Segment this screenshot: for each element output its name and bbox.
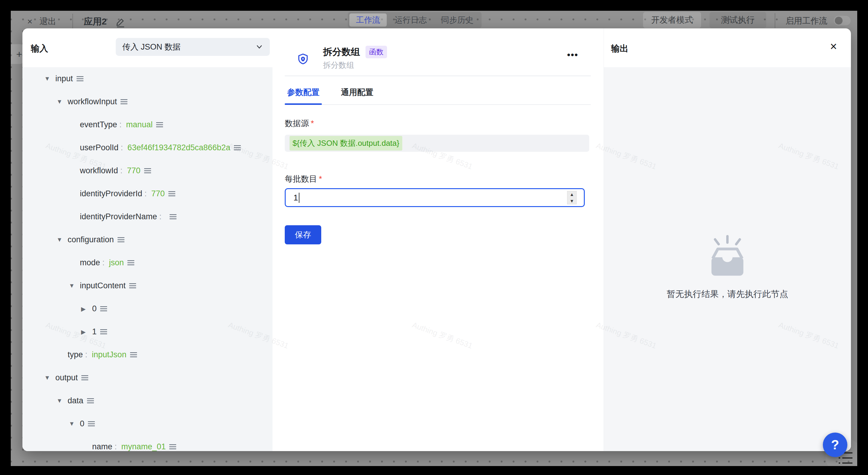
datasource-field[interactable]: ${传入 JSON 数据.output.data} — [285, 135, 589, 152]
required-asterisk: * — [319, 174, 322, 183]
tree-row[interactable]: ▶1 — [23, 320, 273, 343]
tab-general-config[interactable]: 通用配置 — [339, 84, 376, 104]
row-menu-icon[interactable] — [100, 329, 107, 334]
header-divider — [285, 76, 591, 76]
canvas-zoom-in-button[interactable]: + — [11, 44, 23, 64]
number-stepper[interactable]: ▲ ▼ — [567, 191, 577, 204]
empty-state: 暂无执行结果，请先执行此节点 — [604, 235, 851, 300]
tab-param-config[interactable]: 参数配置 — [285, 84, 322, 104]
row-menu-icon[interactable] — [169, 214, 177, 219]
input-panel-title: 输入 — [31, 43, 48, 55]
config-tabs: 参数配置 通用配置 — [285, 84, 591, 105]
required-asterisk: * — [311, 119, 314, 128]
collapse-arrow-icon[interactable]: ▼ — [69, 282, 80, 289]
more-actions-icon[interactable]: ••• — [567, 50, 579, 60]
output-panel: 输出 × 暂无执行结果，请先执行此节点 — [603, 28, 851, 451]
tree-row[interactable]: ▼data — [23, 389, 273, 412]
tree-row[interactable]: ▼output — [23, 366, 273, 389]
tree-row[interactable]: mode : json — [23, 251, 273, 274]
output-panel-title: 输出 — [611, 43, 628, 55]
tree-row[interactable]: workflowId : 770 — [23, 159, 273, 182]
collapse-arrow-icon[interactable]: ▼ — [69, 420, 80, 427]
save-button[interactable]: 保存 — [285, 225, 321, 244]
tree-row[interactable]: eventType : manual — [23, 113, 273, 136]
output-panel-body: 暂无执行结果，请先执行此节点 — [604, 67, 851, 451]
close-modal-icon[interactable]: × — [830, 40, 837, 52]
row-menu-icon[interactable] — [76, 76, 84, 81]
tab-sync-history[interactable]: 同步历史 — [435, 13, 480, 27]
tree-row[interactable]: ▼input — [23, 67, 273, 90]
tree-row[interactable]: ▼inputContent — [23, 274, 273, 297]
collapse-arrow-icon[interactable]: ▼ — [44, 75, 55, 82]
row-menu-icon[interactable] — [144, 168, 151, 173]
row-menu-icon[interactable] — [81, 375, 88, 380]
close-icon[interactable]: × — [27, 15, 33, 28]
row-menu-icon[interactable] — [168, 191, 175, 196]
app-title: 应用2 — [84, 14, 107, 29]
node-detail-modal: 输入 传入 JSON 数据 ▼input ▼workflowInput even… — [23, 28, 851, 451]
empty-state-text: 暂无执行结果，请先执行此节点 — [667, 288, 788, 300]
batch-size-input[interactable]: 1 ▲ ▼ — [285, 188, 585, 207]
workflow-editor-backdrop: × 退出 应用2 工作流 运行日志 同步历史 开发者模式 测试执行 启用工作流 … — [11, 11, 857, 466]
shield-function-icon — [297, 53, 309, 65]
tree-row[interactable]: identityProviderName : — [23, 205, 273, 228]
row-menu-icon[interactable] — [121, 99, 127, 104]
app-window: × 退出 应用2 工作流 运行日志 同步历史 开发者模式 测试执行 启用工作流 … — [0, 0, 868, 475]
test-run-button[interactable]: 测试执行 — [710, 12, 766, 28]
enable-workflow-label: 启用工作流 — [785, 15, 827, 27]
tab-workflow[interactable]: 工作流 — [349, 13, 387, 27]
topbar-divider — [72, 14, 73, 29]
tree-row[interactable]: identityProviderId : 770 — [23, 182, 273, 205]
row-menu-icon[interactable] — [87, 398, 94, 403]
edit-pencil-icon[interactable] — [116, 17, 125, 28]
node-title: 拆分数组 — [323, 46, 360, 58]
expand-arrow-icon[interactable]: ▶ — [81, 305, 92, 312]
chevron-down-icon — [255, 43, 263, 51]
row-menu-icon[interactable] — [100, 306, 107, 311]
tree-row[interactable]: ▼workflowInput — [23, 90, 273, 113]
collapse-arrow-icon[interactable]: ▼ — [44, 374, 55, 381]
tree-row[interactable]: ▼0 — [23, 412, 273, 435]
collapse-arrow-icon[interactable]: ▼ — [57, 236, 68, 243]
enable-workflow-toggle[interactable] — [834, 16, 851, 25]
tree-row[interactable]: userPoolId : 63ef46f1934782d5ca866b2a — [23, 136, 273, 159]
tree-row[interactable]: ▶0 — [23, 297, 273, 320]
node-config-panel: 拆分数组 函数 拆分数组 ••• 参数配置 通用配置 数据源* ${传入 JSO… — [273, 28, 603, 451]
node-type-badge: 函数 — [366, 46, 387, 58]
topbar-divider-2 — [775, 13, 775, 28]
empty-inbox-icon — [704, 235, 751, 279]
collapse-arrow-icon[interactable]: ▼ — [57, 98, 68, 105]
field-label-datasource: 数据源* — [285, 118, 314, 129]
stepper-down-icon[interactable]: ▼ — [570, 199, 574, 203]
tree-row[interactable]: name : myname_01 — [23, 435, 273, 451]
batch-size-value: 1 — [293, 193, 298, 203]
expand-arrow-icon[interactable]: ▶ — [81, 328, 92, 336]
node-subtitle: 拆分数组 — [323, 60, 354, 70]
row-menu-icon[interactable] — [129, 283, 136, 288]
toggle-knob — [835, 17, 843, 25]
row-menu-icon[interactable] — [156, 122, 163, 127]
json-tree: ▼input ▼workflowInput eventType : manual… — [23, 67, 273, 451]
row-menu-icon[interactable] — [118, 237, 124, 242]
tab-run-logs[interactable]: 运行日志 — [388, 13, 433, 27]
row-menu-icon[interactable] — [234, 145, 241, 150]
view-switcher: 工作流 运行日志 同步历史 — [348, 12, 482, 28]
row-menu-icon[interactable] — [127, 260, 134, 265]
developer-mode-button[interactable]: 开发者模式 — [643, 12, 701, 28]
tree-row[interactable]: type : inputJson — [23, 343, 273, 366]
input-source-value: 传入 JSON 数据 — [122, 41, 255, 52]
row-menu-icon[interactable] — [169, 444, 176, 449]
datasource-variable-token[interactable]: ${传入 JSON 数据.output.data} — [289, 136, 402, 150]
input-panel: 输入 传入 JSON 数据 ▼input ▼workflowInput even… — [23, 28, 273, 451]
tree-row[interactable]: ▼configuration — [23, 228, 273, 251]
collapse-arrow-icon[interactable]: ▼ — [57, 397, 68, 404]
text-caret — [299, 193, 300, 203]
field-label-batch-size: 每批数目* — [285, 174, 322, 184]
input-source-select[interactable]: 传入 JSON 数据 — [116, 38, 270, 56]
row-menu-icon[interactable] — [130, 352, 137, 357]
help-button[interactable]: ? — [823, 433, 847, 457]
exit-button[interactable]: 退出 — [39, 15, 56, 28]
row-menu-icon[interactable] — [88, 421, 95, 426]
stepper-up-icon[interactable]: ▲ — [570, 192, 574, 197]
